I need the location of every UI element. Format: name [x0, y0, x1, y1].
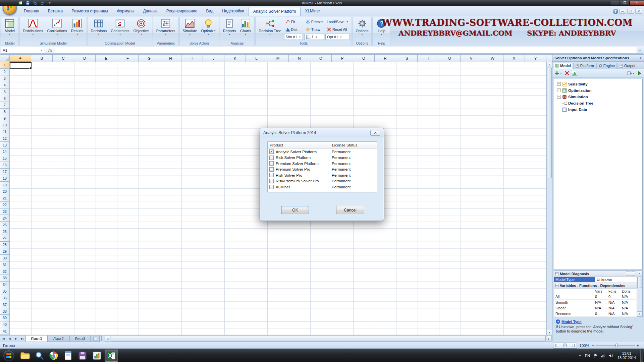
column-header-v[interactable]: V — [461, 55, 482, 62]
start-button[interactable] — [3, 350, 14, 361]
qat-customize-button[interactable]: ▾ — [47, 1, 53, 5]
column-header-n[interactable]: N — [289, 55, 310, 62]
close-button[interactable]: ✕ — [630, 1, 644, 5]
remove-button[interactable] — [564, 70, 570, 77]
language-indicator[interactable]: EN — [585, 354, 590, 358]
row-header-32[interactable]: 32 — [0, 268, 9, 275]
ribbon-tab-вид[interactable]: Вид — [202, 7, 218, 16]
column-header-i[interactable]: I — [181, 55, 203, 62]
formula-input[interactable] — [55, 47, 637, 54]
pane-tab-engine[interactable]: Engine — [596, 63, 617, 69]
column-header-c[interactable]: C — [53, 55, 74, 62]
formula-bar-expand-button[interactable]: ▼ — [637, 47, 643, 54]
checkbox-premium-solver-platform[interactable] — [269, 161, 274, 166]
clock[interactable]: 13:01 18.07.2014 — [616, 351, 637, 360]
scroll-down-icon[interactable]: ▼ — [547, 330, 552, 335]
ribbon-button-load-save[interactable]: Load/Save▼ — [325, 18, 350, 25]
row-header-7[interactable]: 7 — [0, 102, 9, 109]
checkbox-risk-solver-platform[interactable] — [269, 156, 274, 160]
insert-function-button[interactable]: fx — [45, 47, 55, 54]
first-sheet-button[interactable]: |◀ — [0, 336, 6, 342]
checkbox-risk-solver-pro[interactable] — [269, 173, 274, 177]
dependencies-header[interactable]: − Variables - Functions - Dependencies — [554, 283, 637, 289]
column-header-k[interactable]: K — [224, 55, 246, 62]
row-header-13[interactable]: 13 — [0, 142, 9, 148]
ok-button[interactable]: OK — [281, 206, 309, 214]
tree-item-input-data[interactable]: Input Data — [555, 106, 642, 113]
workbook-minimize-button[interactable]: — — [619, 9, 626, 14]
export-button[interactable]: ▼ — [626, 70, 635, 77]
prev-sheet-button[interactable]: ◀ — [6, 336, 13, 342]
ribbon-button-fit[interactable]: Fit — [284, 18, 303, 25]
pane-tab-platform[interactable]: Platform — [573, 63, 596, 69]
row-header-11[interactable]: 11 — [0, 128, 9, 135]
row-header-23[interactable]: 23 — [0, 208, 9, 215]
row-header-15[interactable]: 15 — [0, 155, 9, 162]
ribbon-button-reports[interactable]: Reports▼ — [221, 18, 238, 41]
tree-item-optimization[interactable]: +Optimization — [555, 87, 642, 94]
column-header-a[interactable]: A — [10, 55, 31, 62]
vertical-scroll-thumb[interactable] — [547, 68, 552, 178]
checkbox-analytic-solver-platform[interactable]: ✓ — [269, 149, 274, 154]
scroll-up-icon[interactable]: ▲ — [637, 271, 642, 276]
collapse-icon[interactable]: − — [555, 284, 558, 287]
taskbar-item-explorer[interactable] — [18, 350, 32, 362]
column-header-m[interactable]: M — [267, 55, 289, 62]
insert-sheet-button[interactable] — [91, 336, 100, 342]
solve-button[interactable] — [636, 70, 643, 77]
row-header-38[interactable]: 38 — [0, 308, 9, 315]
ribbon-button-reset-all[interactable]: Reset All — [325, 26, 350, 33]
model-diagnosis-header[interactable]: − Model Diagnosis — [554, 271, 637, 277]
tray-expand-icon[interactable] — [578, 353, 582, 358]
horizontal-scrollbar[interactable]: ◀ ▶ — [104, 336, 552, 342]
redo-button[interactable] — [40, 1, 45, 5]
row-header-10[interactable]: 10 — [0, 122, 9, 129]
diagnosis-scrollbar[interactable]: ▲ ▼ — [637, 271, 642, 317]
column-header-g[interactable]: G — [139, 55, 160, 62]
ribbon-button-decisions[interactable]: Decisions▼ — [89, 18, 109, 41]
row-header-28[interactable]: 28 — [0, 242, 9, 248]
tree-item-simulation[interactable]: +Simulation — [555, 94, 642, 100]
row-header-36[interactable]: 36 — [0, 295, 9, 302]
column-header-e[interactable]: E — [96, 55, 117, 62]
undo-button[interactable] — [32, 1, 38, 5]
column-header-p[interactable]: P — [332, 55, 353, 62]
row-header-33[interactable]: 33 — [0, 275, 9, 282]
last-sheet-button[interactable]: ▶| — [19, 336, 25, 342]
scroll-down-icon[interactable]: ▼ — [637, 311, 642, 317]
pane-tab-output[interactable]: Output — [617, 63, 637, 69]
scroll-left-icon[interactable]: ◀ — [105, 336, 110, 342]
taskbar-item-app-disk[interactable] — [76, 350, 89, 362]
dialog-close-button[interactable]: ✕ — [370, 130, 380, 136]
expand-icon[interactable]: + — [557, 95, 561, 99]
column-header-o[interactable]: O — [310, 55, 332, 62]
row-header-24[interactable]: 24 — [0, 215, 9, 222]
name-box[interactable]: A1 ▼ — [1, 47, 45, 54]
minimize-button[interactable]: — — [610, 1, 620, 5]
row-header-31[interactable]: 31 — [0, 261, 9, 268]
taskbar-item-chrome[interactable] — [47, 350, 60, 362]
ribbon-button-options[interactable]: Options▼ — [354, 18, 371, 41]
tree-item-sensitivity[interactable]: +Sensitivity — [555, 81, 642, 87]
ribbon-tab-надстройки[interactable]: Надстройки — [218, 7, 249, 16]
ribbon-button-charts[interactable]: Charts▼ — [238, 18, 253, 41]
column-header-x[interactable]: X — [503, 55, 525, 62]
row-header-35[interactable]: 35 — [0, 288, 9, 295]
taskbar-item-app-chart[interactable] — [90, 350, 104, 362]
scroll-right-icon[interactable]: ▶ — [546, 336, 552, 342]
row-header-19[interactable]: 19 — [0, 182, 9, 188]
zoom-level[interactable]: 100% — [580, 344, 589, 348]
chart-button[interactable] — [571, 70, 578, 77]
row-header-2[interactable]: 2 — [0, 69, 9, 75]
ribbon-button-freeze[interactable]: Freeze — [304, 18, 324, 25]
page-break-view-button[interactable] — [569, 343, 577, 348]
zoom-track[interactable] — [596, 345, 635, 346]
ribbon-button-sim-1[interactable]: Sim #1▼ — [284, 34, 303, 40]
ribbon-button-distributions[interactable]: Distributions▼ — [21, 18, 45, 41]
row-header-27[interactable]: 27 — [0, 235, 9, 242]
row-header-41[interactable]: 41 — [0, 328, 9, 335]
row-header-4[interactable]: 4 — [0, 82, 9, 89]
row-header-40[interactable]: 40 — [0, 321, 9, 328]
vertical-scrollbar[interactable]: ▲ ▼ — [546, 62, 552, 335]
expand-icon[interactable]: + — [557, 82, 561, 86]
